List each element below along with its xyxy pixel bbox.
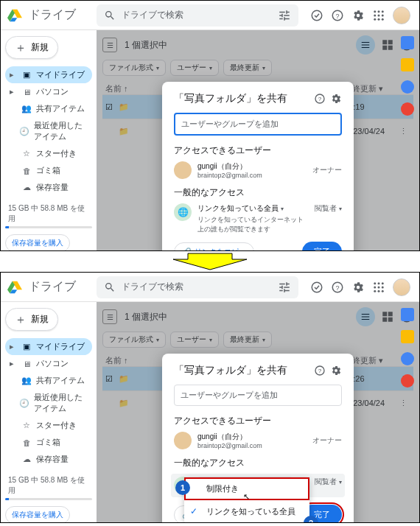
plus-icon: ＋	[15, 42, 27, 54]
tune-icon[interactable]	[278, 281, 291, 294]
check-icon: ✓	[190, 506, 197, 516]
sidebar-item-shared[interactable]: 👥共有アイテム	[5, 372, 92, 389]
sidebar-item-recent[interactable]: 🕘最近使用したアイテム	[5, 389, 92, 417]
sidebar-item-starred[interactable]: ☆スター付き	[5, 145, 92, 162]
add-people-input[interactable]: ユーザーやグループを追加	[174, 113, 342, 136]
general-access-heading: 一般的なアクセス	[174, 457, 342, 469]
dropdown-item-restricted[interactable]: 制限付き ↖	[184, 477, 309, 500]
dialog-title: 「写真フォルダ」を共有	[174, 364, 309, 377]
sidebar: ＋新規 ▸▣マイドライブ ▸🖥パソコン 👥共有アイテム 🕘最近使用したアイテム …	[1, 30, 97, 250]
sidebar-item-storage[interactable]: ☁保存容量	[5, 179, 92, 196]
user-row: gungii（自分）braintop2@gmail.com オーナー	[174, 432, 342, 449]
sidebar-item-trash[interactable]: 🗑ゴミ箱	[5, 162, 92, 179]
sidebar-item-recent[interactable]: 🕘最近使用したアイテム	[5, 117, 92, 145]
account-avatar[interactable]	[393, 278, 410, 296]
help-icon[interactable]: ?	[314, 93, 326, 105]
storage-bar	[5, 498, 92, 500]
drive-logo	[7, 280, 23, 295]
link-icon: 🔗	[182, 248, 191, 251]
ready-icon[interactable]	[310, 281, 323, 294]
gear-icon[interactable]	[330, 93, 342, 105]
svg-text:?: ?	[335, 12, 339, 19]
storage-bar	[5, 226, 92, 228]
access-users-heading: アクセスできるユーザー	[174, 144, 342, 157]
svg-point-9	[374, 18, 376, 20]
main-area: ☰ 1 個選択中 ファイル形式 ユーザー 最終更新 名前 ↑ オーナー 最終更新…	[97, 30, 419, 250]
new-button[interactable]: ＋新規	[5, 36, 58, 59]
svg-text:?: ?	[318, 96, 322, 102]
main-area: ☰ 1 個選択中 ファイル形式 ユーザー 最終更新 名前 ↑ オーナー 最終更新…	[97, 302, 419, 522]
search-bar[interactable]: ドライブで検索	[97, 276, 298, 298]
sidebar-item-computers[interactable]: ▸🖥パソコン	[5, 355, 92, 372]
done-button[interactable]: 完了	[302, 242, 342, 251]
contacts-icon[interactable]	[401, 374, 414, 388]
role-dropdown[interactable]: 閲覧者	[315, 477, 342, 487]
svg-point-21	[378, 282, 380, 284]
sidebar-item-computers[interactable]: ▸🖥パソコン	[5, 83, 92, 100]
search-placeholder: ドライブで検索	[122, 9, 272, 21]
calendar-icon[interactable]	[401, 36, 414, 49]
contacts-icon[interactable]	[401, 102, 414, 116]
apps-icon[interactable]	[372, 281, 385, 294]
svg-point-0	[312, 10, 322, 21]
tasks-icon[interactable]	[401, 80, 414, 94]
buy-storage-button[interactable]: 保存容量を購入	[5, 506, 70, 523]
search-bar[interactable]: ドライブで検索	[97, 4, 298, 27]
share-dialog: 「写真フォルダ」を共有 ? ユーザーやグループを追加 アクセスできるユーザー g…	[162, 82, 354, 251]
svg-point-17	[312, 282, 322, 292]
ready-icon[interactable]	[310, 9, 323, 22]
svg-point-4	[378, 10, 380, 13]
annotation-marker-1: 1	[175, 480, 190, 495]
search-icon	[104, 281, 116, 293]
general-access-heading: 一般的なアクセス	[174, 186, 342, 199]
help-icon[interactable]: ?	[314, 365, 326, 376]
app-name: ドライブ	[29, 279, 76, 295]
access-scope-dropdown[interactable]: リンクを知っている全員▾	[197, 203, 284, 214]
gear-icon[interactable]	[351, 9, 365, 22]
account-avatar[interactable]	[393, 7, 410, 24]
tasks-icon[interactable]	[401, 352, 414, 365]
access-users-heading: アクセスできるユーザー	[174, 415, 342, 427]
apps-icon[interactable]	[372, 9, 385, 22]
app-name: ドライブ	[29, 7, 76, 23]
keep-icon[interactable]	[401, 58, 414, 71]
copy-link-button[interactable]: 🔗リンクをコピー	[174, 242, 254, 252]
sidebar-item-storage[interactable]: ☁保存容量	[5, 451, 92, 468]
gear-icon[interactable]	[351, 281, 365, 294]
svg-point-22	[382, 282, 384, 284]
search-placeholder: ドライブで検索	[122, 281, 272, 293]
keep-icon[interactable]	[401, 330, 414, 343]
svg-point-7	[378, 14, 380, 16]
user-row: gungii（自分）braintop2@gmail.com オーナー	[174, 161, 342, 179]
svg-point-20	[374, 282, 376, 284]
svg-point-25	[382, 286, 384, 288]
svg-point-24	[378, 286, 380, 288]
sidebar-item-mydrive[interactable]: ▸▣マイドライブ	[5, 66, 92, 83]
addon-panel	[396, 302, 419, 388]
sidebar-item-trash[interactable]: 🗑ゴミ箱	[5, 434, 92, 451]
gear-icon[interactable]	[330, 365, 342, 376]
sidebar-item-mydrive[interactable]: ▸▣マイドライブ	[5, 338, 92, 355]
dropdown-item-anyone[interactable]: ✓ リンクを知っている全員	[184, 500, 309, 523]
help-icon[interactable]: ?	[331, 9, 344, 22]
svg-point-26	[374, 290, 376, 292]
drive-logo	[7, 8, 23, 23]
new-button[interactable]: ＋新規	[5, 308, 58, 331]
globe-icon: 🌐	[174, 203, 192, 221]
sidebar-item-shared[interactable]: 👥共有アイテム	[5, 100, 92, 117]
help-icon[interactable]: ?	[331, 281, 344, 294]
modal-overlay: 「写真フォルダ」を共有 ? ユーザーやグループを追加 アクセスできるユーザー g…	[97, 30, 419, 250]
svg-point-6	[374, 14, 376, 16]
svg-point-11	[382, 18, 384, 20]
svg-point-10	[378, 18, 380, 20]
add-people-input[interactable]: ユーザーやグループを追加	[174, 385, 342, 406]
sidebar: ＋新規 ▸▣マイドライブ ▸🖥パソコン 👥共有アイテム 🕘最近使用したアイテム …	[1, 302, 97, 522]
search-icon	[104, 10, 116, 21]
tune-icon[interactable]	[278, 9, 291, 22]
role-dropdown[interactable]: 閲覧者	[315, 203, 342, 214]
sidebar-item-starred[interactable]: ☆スター付き	[5, 417, 92, 434]
svg-point-28	[382, 290, 384, 292]
svg-point-8	[382, 14, 384, 16]
calendar-icon[interactable]	[401, 308, 414, 321]
buy-storage-button[interactable]: 保存容量を購入	[5, 234, 70, 251]
